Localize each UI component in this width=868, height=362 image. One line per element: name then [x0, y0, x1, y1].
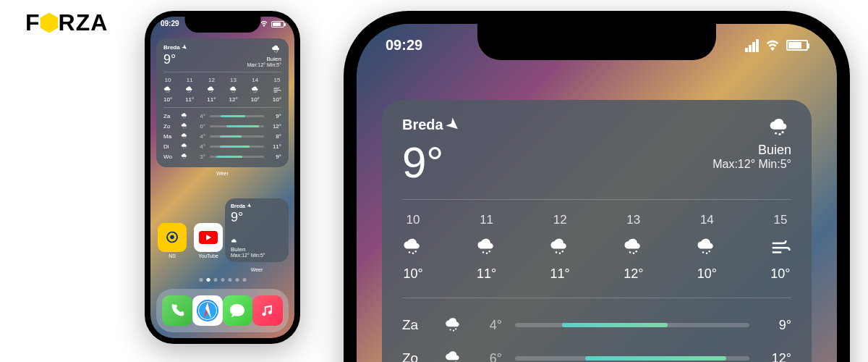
hour-column: 1111°	[185, 77, 194, 103]
svg-point-54	[709, 251, 711, 253]
svg-point-19	[184, 118, 185, 119]
svg-point-55	[450, 329, 451, 330]
dock	[156, 289, 289, 332]
svg-point-53	[706, 253, 708, 255]
svg-point-45	[488, 251, 490, 253]
hour-column: 1410°	[696, 213, 718, 282]
dock-safari-app[interactable]	[192, 295, 223, 326]
weather-condition: Buien	[247, 56, 281, 62]
status-time: 09:29	[386, 37, 422, 54]
svg-point-23	[185, 127, 186, 128]
svg-point-26	[185, 138, 186, 138]
wifi-icon	[260, 20, 268, 28]
cloud-rain-icon	[768, 116, 791, 139]
current-temperature: 9°	[163, 52, 187, 67]
svg-point-7	[190, 92, 190, 93]
hour-column: 1510°	[770, 213, 791, 282]
svg-point-46	[556, 251, 558, 253]
cloud-rain-icon	[271, 44, 281, 54]
svg-point-20	[185, 117, 186, 118]
status-time: 09:29	[161, 20, 179, 28]
svg-point-29	[185, 148, 186, 148]
signal-icon	[745, 39, 759, 52]
weather-widget-large[interactable]: Breda➤ 9° Buien Max:12° Min:5° 1010°1111…	[382, 100, 812, 362]
battery-icon	[271, 21, 284, 28]
svg-point-50	[633, 253, 635, 255]
weather-widget-small[interactable]: Breda➤ 9° Buien Max:12° Min:5° Weer	[225, 198, 289, 262]
phone-mockup-large: 09:29 Breda➤ 9° Buien Max:12° Min:5° 101…	[344, 11, 850, 362]
notch	[477, 24, 716, 60]
svg-point-15	[253, 92, 254, 93]
svg-point-43	[482, 251, 484, 253]
hour-column: 1410°	[251, 77, 260, 103]
svg-point-56	[453, 330, 454, 332]
weather-range: Max:12° Min:5°	[712, 158, 791, 171]
svg-point-47	[559, 253, 561, 255]
svg-point-14	[234, 91, 235, 92]
page-indicator[interactable]	[199, 278, 246, 282]
svg-point-3	[166, 92, 167, 93]
svg-point-44	[485, 253, 488, 255]
location-arrow-icon: ➤	[181, 43, 189, 51]
hourly-forecast: 1010°1111°1211°1312°1410°1510°	[402, 199, 791, 298]
weather-widget-large[interactable]: Breda➤ 9° Buien Max:12° Min:5° 1010°1111…	[156, 38, 289, 167]
svg-point-57	[455, 328, 456, 329]
app-ns[interactable]: ⦿ NS	[158, 223, 187, 258]
svg-point-1	[276, 52, 276, 53]
daily-forecast: Za4°9°Zo6°12°Ma4°8°Di4°11°Wo3°9°	[163, 108, 281, 161]
svg-point-13	[233, 92, 234, 93]
svg-point-32	[185, 158, 186, 159]
wifi-icon	[765, 38, 780, 54]
hour-column: 1312°	[229, 77, 238, 103]
svg-point-49	[629, 251, 631, 253]
day-row: Ma4°8°	[163, 131, 281, 141]
notch	[184, 17, 260, 33]
svg-point-11	[212, 91, 213, 92]
dock-phone-app[interactable]	[162, 295, 192, 326]
widget-label: Weer	[216, 171, 229, 176]
svg-point-38	[778, 133, 780, 135]
svg-point-42	[415, 251, 417, 253]
svg-point-6	[188, 92, 189, 93]
svg-point-9	[210, 92, 210, 93]
svg-point-37	[775, 132, 777, 134]
brand-logo: F⬢RZA	[25, 9, 108, 36]
svg-point-39	[781, 131, 783, 133]
svg-point-22	[184, 128, 185, 129]
hour-column: 1211°	[549, 213, 571, 282]
weather-location: Breda	[402, 117, 443, 133]
day-row: Wo3°9°	[163, 151, 281, 161]
youtube-icon	[194, 223, 223, 252]
svg-point-2	[277, 51, 278, 51]
svg-point-28	[184, 148, 185, 149]
svg-point-4	[168, 92, 169, 93]
dock-messages-app[interactable]	[223, 295, 253, 326]
svg-point-0	[274, 51, 275, 52]
svg-point-31	[184, 159, 185, 159]
day-row: Di4°11°	[163, 141, 281, 151]
svg-point-17	[256, 91, 257, 92]
svg-point-18	[183, 117, 184, 118]
day-row: Za4°9°	[402, 308, 791, 342]
current-temperature: 9°	[402, 138, 460, 188]
app-youtube[interactable]: YouTube	[194, 223, 223, 258]
location-arrow-icon: ➤	[443, 114, 464, 135]
phone-mockup-small: 09:29 Breda➤ 9° Buien Max:12° Min:5°	[145, 11, 300, 344]
weather-location: Breda	[163, 44, 180, 51]
daily-forecast: Za4°9°Zo6°12°Ma4°8°Di4°11°	[402, 298, 791, 362]
hourly-forecast: 1010°1111°1211°1312°1410°1510°	[163, 72, 281, 108]
svg-point-12	[231, 92, 232, 93]
svg-point-52	[702, 251, 705, 253]
day-row: Zo6°12°	[402, 342, 791, 362]
svg-point-24	[183, 138, 184, 138]
svg-point-8	[190, 91, 191, 92]
dock-music-app[interactable]	[252, 295, 283, 326]
svg-point-25	[184, 138, 185, 139]
hour-column: 1211°	[207, 77, 216, 103]
svg-point-30	[183, 158, 184, 159]
day-row: Za4°9°	[163, 111, 281, 121]
day-row: Zo6°12°	[163, 121, 281, 131]
hour-column: 1111°	[476, 213, 498, 282]
svg-point-10	[211, 92, 212, 93]
hour-column: 1010°	[402, 213, 424, 282]
